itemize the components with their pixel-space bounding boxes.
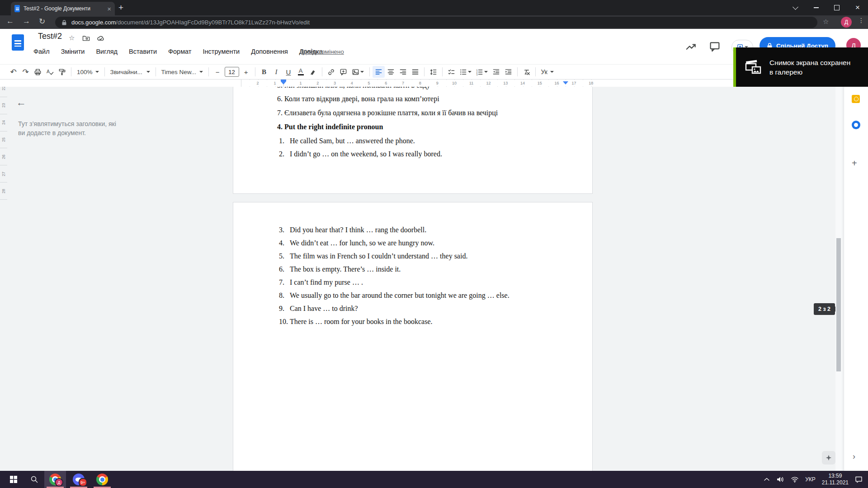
add-comment-button[interactable] [337,66,349,78]
window-close-button[interactable]: × [847,0,868,15]
window-maximize-button[interactable] [826,0,847,15]
align-left-button[interactable] [373,66,385,78]
chevron-down-icon [360,71,364,73]
tab-close-icon[interactable]: × [107,5,111,13]
language-indicator[interactable]: УКР [805,476,816,483]
document-heading: 4. Put the right indefinite pronoun [277,122,383,131]
tray-expand-chevron-icon[interactable] [764,477,770,482]
clear-formatting-button[interactable] [520,66,533,78]
comment-history-icon[interactable] [709,41,721,52]
taskbar-discord-app[interactable]: 9+ [68,471,90,488]
bulleted-list-button[interactable] [458,66,474,78]
browser-tab[interactable]: Test#2 - Google Документи × [11,2,115,15]
underline-button[interactable]: U [283,66,295,78]
taskbar-search-button[interactable] [24,471,45,488]
new-tab-button[interactable]: + [118,3,123,13]
menu-item[interactable]: Вигляд [96,48,118,55]
browser-kebab-menu-icon[interactable]: ⋮ [858,17,864,24]
tasks-icon[interactable] [852,121,860,129]
font-size-input[interactable]: 12 [225,67,239,77]
menu-item[interactable]: Вставити [129,48,157,55]
forward-button[interactable]: → [23,17,30,26]
line-spacing-button[interactable] [427,66,439,78]
wifi-icon[interactable] [791,476,799,483]
menu-item[interactable]: Файл [33,48,50,55]
chevron-down-icon [484,71,488,73]
highlight-color-button[interactable] [307,66,319,78]
window-minimize-button[interactable] [806,0,826,15]
document-page-1[interactable]: 5. Ми знайшли ключі, коли поливали квіти… [233,87,593,194]
ruler-number: 18 [582,80,599,86]
document-list-item: 5.The film was in French so I couldn’t u… [279,252,592,261]
move-folder-icon[interactable] [82,35,90,42]
undo-button[interactable]: ↶ [7,66,19,78]
ruler-number: 14 [514,80,531,86]
print-button[interactable] [32,66,44,78]
document-list-item: 2.I didn’t go … on the weekend, so I was… [279,150,442,159]
reload-button[interactable]: ↻ [39,17,45,26]
spellcheck-button[interactable]: A [44,66,56,78]
numbered-list-button[interactable]: 123 [474,66,490,78]
browser-profile-avatar[interactable]: Д [841,17,852,28]
vertical-ruler-slot: 22 [0,87,7,97]
paint-format-button[interactable] [56,66,68,78]
document-page-2[interactable]: 3.Did you hear that? I think … rang the … [233,202,593,471]
bold-button[interactable]: B [258,66,270,78]
add-addon-button[interactable]: + [852,158,857,169]
menu-bar: ФайлЗмінитиВиглядВставитиФорматІнструмен… [33,48,323,55]
document-title[interactable]: Test#2 [38,32,62,41]
ruler-number: 22 [1,87,6,90]
align-center-button[interactable] [385,66,397,78]
ruler-number: 9 [429,80,446,86]
increase-font-size-button[interactable]: + [240,66,252,78]
ruler-number: 26 [1,155,6,159]
lock-icon [61,19,67,26]
keep-icon[interactable] [852,95,860,103]
decrease-font-size-button[interactable]: − [212,66,224,78]
insert-image-button[interactable] [349,66,367,78]
action-center-icon[interactable] [855,476,863,483]
cloud-status-icon[interactable] [97,35,105,42]
align-right-button[interactable] [397,66,409,78]
decrease-indent-button[interactable] [490,66,502,78]
input-tools-button[interactable]: Ук [538,66,557,77]
address-bar[interactable]: docs.google.com/document/d/13JgPOAHIagFc… [55,17,817,28]
insert-link-button[interactable] [325,66,337,78]
justify-button[interactable] [409,66,421,78]
styles-select[interactable]: Звичайни... [108,66,153,77]
hide-side-panel-chevron-icon[interactable]: › [853,452,855,461]
taskbar-chrome-profile-app[interactable]: Д [44,471,66,488]
ruler-number: 11 [463,80,480,86]
ruler-number: 3 [326,80,344,86]
browser-navbar: ← → ↻ docs.google.com/document/d/13JgPOA… [0,15,868,29]
bookmark-star-icon[interactable]: ☆ [823,18,829,26]
taskbar-clock[interactable]: 13:59 21.11.2021 [822,473,849,486]
screenshot-notification[interactable]: Снимок экрана сохранен в галерею [733,47,868,87]
start-button[interactable] [3,471,24,488]
volume-icon[interactable] [776,476,784,483]
star-document-icon[interactable]: ☆ [69,34,75,42]
checklist-button[interactable] [445,66,458,78]
menu-item[interactable]: Змінити [61,48,85,55]
menu-item[interactable]: Формат [168,48,192,55]
browser-menu-chevron[interactable] [785,0,806,15]
trending-chart-icon[interactable] [685,41,697,52]
svg-text:A: A [47,69,50,74]
font-select[interactable]: Times New... [159,66,206,77]
menu-item[interactable]: Інструменти [203,48,240,55]
italic-button[interactable]: I [270,66,283,78]
docs-logo-icon[interactable] [12,34,24,51]
right-indent-marker[interactable] [563,81,568,84]
redo-button[interactable]: ↷ [19,66,32,78]
saved-status-link[interactable]: Щойно змінено [301,48,344,55]
left-indent-marker[interactable] [281,80,286,84]
text-color-button[interactable]: A [295,66,307,78]
explore-button[interactable] [822,451,835,465]
increase-indent-button[interactable] [502,66,514,78]
taskbar-chrome-app[interactable] [91,471,113,488]
back-button[interactable]: ← [6,17,14,26]
menu-item[interactable]: Доповнення [251,48,288,55]
zoom-select[interactable]: 100% [74,66,102,77]
close-outline-arrow-icon[interactable]: ← [16,97,26,108]
scrollbar-thumb[interactable] [836,238,841,371]
